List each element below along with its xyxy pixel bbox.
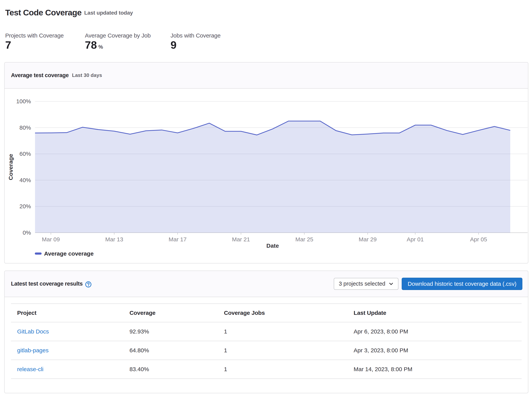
chart-legend[interactable]: Average coverage (35, 250, 94, 257)
stat-jobs-with-coverage: Jobs with Coverage9 (171, 32, 221, 54)
page-title: Test Code Coverage (5, 8, 81, 18)
projects-select-label: 3 projects selected (339, 281, 385, 287)
stat-label: Projects with Coverage (5, 32, 85, 39)
chart-card-header: Average test coverage Last 30 days (5, 63, 528, 89)
coverage-results-table: ProjectCoverageCoverage JobsLast Update … (11, 303, 522, 379)
repository-analytics-page: Test Code Coverage Last updated today Pr… (0, 0, 532, 401)
x-axis-name: Date (266, 243, 279, 249)
project-link[interactable]: GitLab Docs (17, 328, 49, 335)
cell-last_update: Apr 6, 2023, 8:00 PM (347, 322, 522, 341)
x-tick-label: Mar 29 (359, 236, 377, 243)
y-tick-label: 20% (19, 203, 31, 210)
y-tick-label: 100% (16, 98, 31, 104)
average-coverage-card: Average test coverage Last 30 days 0%20%… (4, 62, 528, 264)
stat-value: 7 (5, 38, 85, 51)
x-tick-label: Mar 21 (232, 236, 250, 243)
chart-card-subtitle: Last 30 days (72, 72, 102, 78)
x-tick-label: Apr 01 (407, 236, 424, 243)
results-table-wrapper: ProjectCoverageCoverage JobsLast Update … (5, 297, 528, 393)
column-header-coverage: Coverage (123, 304, 218, 322)
x-tick-label: Mar 13 (105, 236, 123, 243)
stat-suffix: % (98, 44, 103, 50)
coverage-area-chart: 0%20%40%60%80%100%Mar 09Mar 13Mar 17Mar … (5, 89, 528, 263)
stat-average-coverage-by-job: Average Coverage by Job78% (85, 32, 171, 54)
page-header: Test Code Coverage Last updated today (4, 0, 528, 18)
cell-jobs: 1 (218, 360, 347, 379)
x-tick-label: Mar 17 (169, 236, 187, 243)
stat-label: Average Coverage by Job (85, 32, 171, 39)
stat-label: Jobs with Coverage (171, 32, 221, 39)
results-header-actions: 3 projects selected Download historic te… (334, 278, 522, 290)
table-footer-space (11, 379, 522, 393)
stat-number: 9 (171, 39, 177, 51)
table-row: GitLab Docs92.93%1Apr 6, 2023, 8:00 PM (11, 322, 522, 341)
series-area (35, 121, 510, 233)
cell-last_update: Apr 3, 2023, 8:00 PM (347, 341, 522, 360)
legend-swatch (35, 253, 42, 255)
chevron-down-icon (388, 281, 394, 287)
chart-card-title: Average test coverage (11, 72, 69, 78)
table-head: ProjectCoverageCoverage JobsLast Update (11, 304, 522, 322)
y-tick-label: 0% (23, 229, 31, 236)
latest-results-card: Latest test coverage results 3 projects … (4, 271, 528, 393)
y-tick-label: 60% (19, 151, 31, 157)
cell-coverage: 64.80% (123, 341, 218, 360)
column-header-coverage-jobs: Coverage Jobs (218, 304, 347, 322)
stat-number: 7 (5, 39, 11, 51)
question-mark-circle-icon[interactable] (85, 281, 91, 288)
table-row: gitlab-pages64.80%1Apr 3, 2023, 8:00 PM (11, 341, 522, 360)
project-link[interactable]: gitlab-pages (17, 347, 48, 354)
column-header-project: Project (11, 304, 123, 322)
stat-value: 9 (171, 38, 221, 51)
x-tick-label: Mar 09 (42, 236, 60, 243)
projects-select-dropdown[interactable]: 3 projects selected (334, 278, 399, 290)
download-csv-button[interactable]: Download historic test coverage data (.c… (402, 278, 522, 290)
stat-number: 78 (85, 39, 97, 51)
x-tick-label: Mar 25 (295, 236, 313, 243)
project-link[interactable]: release-cli (17, 366, 44, 372)
cell-last_update: Mar 14, 2023, 8:00 PM (347, 360, 522, 379)
y-axis-name: Coverage (8, 154, 14, 180)
cell-jobs: 1 (218, 341, 347, 360)
cell-coverage: 83.40% (123, 360, 218, 379)
y-tick-label: 40% (19, 177, 31, 183)
cell-coverage: 92.93% (123, 322, 218, 341)
average-coverage-chart[interactable]: 0%20%40%60%80%100%Mar 09Mar 13Mar 17Mar … (5, 89, 528, 263)
last-updated-label: Last updated today (84, 10, 133, 16)
cell-jobs: 1 (218, 322, 347, 341)
table-row: release-cli83.40%1Mar 14, 2023, 8:00 PM (11, 360, 522, 379)
results-card-title: Latest test coverage results (11, 281, 83, 287)
coverage-stats: Projects with Coverage7Average Coverage … (5, 32, 528, 54)
column-header-last-update: Last Update (347, 304, 522, 322)
y-axis-labels: 0%20%40%60%80%100% (16, 98, 31, 236)
stat-projects-with-coverage: Projects with Coverage7 (5, 32, 85, 54)
x-tick-label: Apr 05 (470, 236, 487, 243)
y-tick-label: 80% (19, 124, 31, 131)
stat-value: 78% (85, 38, 171, 54)
legend-label: Average coverage (44, 250, 94, 257)
x-axis-labels: Mar 09Mar 13Mar 17Mar 21Mar 25Mar 29Apr … (42, 233, 487, 243)
results-card-header: Latest test coverage results 3 projects … (5, 271, 528, 297)
